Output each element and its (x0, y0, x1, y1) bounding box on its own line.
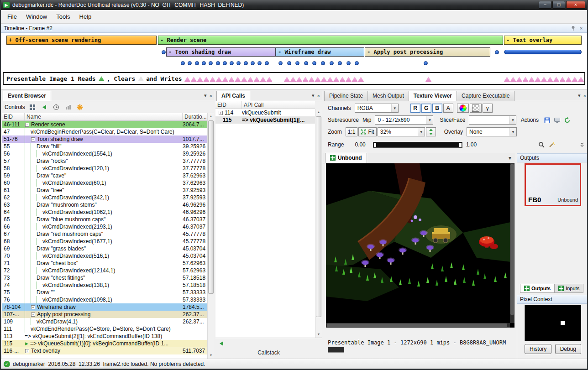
timeline-bar[interactable]: + Off-screen scene rendering (6, 36, 157, 45)
draw-dot[interactable] (424, 61, 428, 65)
bookmark-icon[interactable] (75, 103, 84, 112)
write-marker-triangle[interactable] (284, 77, 290, 82)
dropdown-icon[interactable]: ▾ (312, 93, 315, 99)
goto-current-event-icon[interactable] (40, 103, 49, 112)
scroll-down-icon[interactable]: ▼ (208, 352, 214, 359)
event-row[interactable]: 66vkCmdDrawIndexed(2193,1)46.37037 (2, 223, 207, 230)
time-draws-clock-icon[interactable] (52, 103, 61, 112)
write-marker-triangle[interactable] (510, 77, 516, 82)
range-max-value[interactable]: 1.00 (466, 141, 477, 148)
event-row[interactable]: 47vkCmdBeginRenderPass(C=Clear, D=Clear,… (2, 128, 207, 135)
timeline-bar[interactable]: - Apply post processing (365, 47, 490, 57)
write-marker-triangle[interactable] (184, 77, 190, 82)
refresh-icon[interactable] (562, 115, 572, 125)
dropdown-icon[interactable]: ▾ (204, 93, 207, 99)
api-calls-scrollbar[interactable]: ▲ ▼ (315, 109, 322, 338)
draw-dot[interactable] (216, 61, 220, 65)
draw-dot[interactable] (355, 61, 359, 65)
history-button[interactable]: History (525, 344, 551, 354)
draw-pill[interactable] (504, 50, 582, 54)
draw-dot[interactable] (346, 61, 351, 65)
tab-texture-viewer[interactable]: Texture Viewer (409, 91, 457, 101)
write-marker-triangle[interactable] (340, 77, 346, 82)
flip-y-button[interactable] (426, 127, 436, 136)
write-marker-triangle[interactable] (327, 77, 333, 82)
event-row[interactable]: 115▶=> vkQueueSubmit(1)[0]: vkBeginComma… (2, 340, 207, 347)
expander-icon[interactable]: - (25, 123, 29, 127)
autofit-wand-icon[interactable] (547, 140, 556, 149)
menu-tools[interactable]: Tools (52, 11, 74, 22)
write-marker-triangle[interactable] (216, 77, 222, 82)
timeline-bar[interactable]: - Render scene (158, 36, 503, 45)
over­lay-select[interactable]: None ▼ (467, 127, 517, 136)
channel-b-button[interactable]: B (432, 104, 442, 113)
event-row[interactable]: 111vkCmdEndRenderPass(C=Store, D=Store, … (2, 325, 207, 333)
draw-dot[interactable] (202, 61, 206, 65)
dropdown-icon[interactable]: ▾ (578, 93, 581, 99)
range-handle-black[interactable] (374, 143, 376, 147)
write-marker-triangle[interactable] (358, 77, 364, 82)
event-row[interactable]: 56vkCmdDrawIndexed(1554,1)39.25926 (2, 150, 207, 157)
draw-dot[interactable] (244, 61, 248, 65)
save-texture-icon[interactable] (542, 115, 551, 125)
write-marker-triangle[interactable] (553, 77, 559, 82)
event-row[interactable]: 65Draw "blue mushroom caps"46.37037 (2, 216, 207, 223)
write-marker-triangle[interactable] (296, 77, 302, 82)
write-marker-triangle[interactable] (547, 77, 553, 82)
write-marker-triangle[interactable] (229, 77, 235, 82)
event-row[interactable]: 113=> vkQueueSubmit(2)[1]: vkEndCommandB… (2, 333, 207, 340)
event-browser-scrollbar[interactable]: ▲ ▼ (207, 113, 214, 359)
timeline-bar[interactable]: - Toon shading draw (166, 47, 276, 57)
write-marker-triangle[interactable] (572, 77, 578, 82)
gamma-button[interactable]: γ (483, 104, 493, 113)
event-row[interactable]: 55Draw "hill"39.25926 (2, 143, 207, 150)
tab-capture-executable[interactable]: Capture Executable (457, 91, 514, 101)
event-row[interactable]: 64vkCmdDrawIndexed(1062,1)46.96296 (2, 208, 207, 216)
debug-button[interactable]: Debug (555, 344, 581, 354)
expander-icon[interactable]: + (25, 349, 29, 353)
api-call-row[interactable]: 115=> vkQueueSubmit(1)[... (215, 116, 315, 124)
statistics-chart-icon[interactable] (63, 103, 73, 112)
col-api-call[interactable]: API Call (242, 101, 315, 109)
write-marker-triangle[interactable] (578, 77, 584, 82)
tab-pipeline-state[interactable]: Pipeline State (324, 91, 368, 101)
write-marker-triangle[interactable] (266, 77, 272, 82)
write-marker-triangle[interactable] (346, 77, 352, 82)
write-marker-triangle[interactable] (254, 77, 260, 82)
timeline-bar[interactable]: - Text overlay (504, 36, 582, 45)
zoom-range-magnifier-icon[interactable] (537, 140, 546, 149)
minimize-button[interactable]: − (539, 1, 551, 9)
expander-icon[interactable]: + (31, 305, 35, 309)
scroll-up-icon[interactable]: ▲ (315, 109, 322, 115)
menu-help[interactable]: Help (75, 11, 96, 22)
write-marker-triangle[interactable] (241, 77, 247, 82)
texture-tab-list-icon[interactable]: ▼ (508, 156, 512, 161)
fb0-thumbnail[interactable]: FB0 Unbound (525, 163, 581, 206)
event-row[interactable]: 75Draw ""57.33333 (2, 289, 207, 296)
menu-window[interactable]: Window (21, 11, 52, 22)
draw-dot[interactable] (209, 61, 213, 65)
event-row[interactable]: 58vkCmdDrawIndexed(120,1)37.77778 (2, 165, 207, 172)
event-row[interactable]: 107-...-Apply post processing262.37... (2, 311, 207, 318)
expander-icon[interactable]: - (31, 137, 35, 141)
tab-event-browser[interactable]: Event Browser (3, 91, 51, 101)
write-marker-triangle[interactable] (535, 77, 541, 82)
inputs-tab[interactable]: Inputs (554, 284, 583, 293)
write-marker-triangle[interactable] (529, 77, 535, 82)
write-marker-triangle[interactable] (352, 77, 358, 82)
expander-icon[interactable]: + (219, 111, 223, 115)
mip-select[interactable]: 0 - 1272x690 ▼ (375, 115, 433, 125)
channel-a-button[interactable]: A (443, 104, 453, 113)
scroll-up-icon[interactable]: ▲ (208, 113, 214, 120)
write-marker-triangle[interactable] (290, 77, 296, 82)
timeline-canvas[interactable]: Presentable Image 1 Reads , Clears and W… (1, 33, 587, 90)
write-marker-triangle[interactable] (235, 77, 241, 82)
write-marker-triangle[interactable] (566, 77, 572, 82)
event-row[interactable]: 78-104+Wireframe draw1784.5... (2, 303, 207, 311)
write-marker-triangle[interactable] (260, 77, 266, 82)
close-icon[interactable]: × (583, 93, 586, 99)
sliceface-select[interactable]: ▼ (469, 115, 516, 125)
maximize-button[interactable]: □ (552, 1, 565, 9)
menu-file[interactable]: File (3, 11, 21, 22)
event-row[interactable]: 51-76-Toon shading draw1017.7... (2, 135, 207, 143)
